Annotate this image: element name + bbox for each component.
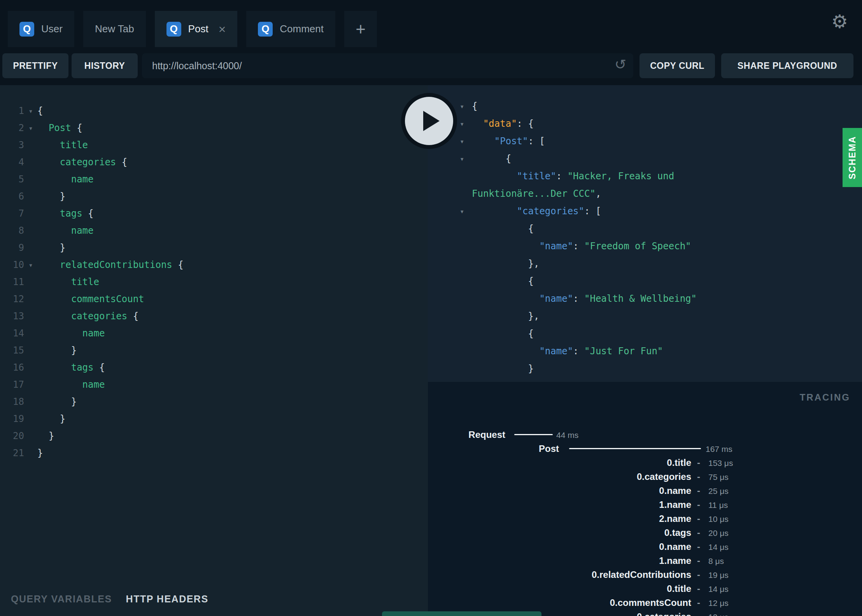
tab-user[interactable]: QUser: [8, 11, 74, 47]
trace-dash: -: [693, 554, 704, 568]
line-number: 19: [0, 410, 24, 427]
trace-label: 0.relatedContributions: [428, 568, 691, 582]
trace-dash: -: [693, 526, 704, 540]
code-text: name: [37, 222, 94, 239]
trace-duration: 20 μs: [708, 526, 729, 540]
line-number: 3: [0, 136, 24, 154]
fold-column: [24, 308, 37, 325]
code-text: title: [37, 136, 88, 154]
http-headers-tab[interactable]: HTTP HEADERS: [126, 593, 208, 605]
execute-query-button[interactable]: [405, 97, 453, 145]
trace-dash: -: [693, 568, 704, 582]
code-text: "Post": [: [472, 136, 545, 147]
trace-label: 0.title: [428, 456, 691, 470]
trace-label: 0.tags: [428, 526, 691, 540]
fold-column: [24, 290, 37, 308]
fold-column: [24, 325, 37, 342]
code-text: name: [37, 171, 94, 188]
code-line: 20 }: [0, 427, 428, 444]
code-line: ▾ "data": {: [428, 115, 862, 133]
tracing-rows: Request44 msPost167 ms0.title-153 μs0.ca…: [428, 428, 862, 616]
fold-arrow-icon[interactable]: ▾: [24, 256, 37, 273]
endpoint-url-input[interactable]: [142, 53, 633, 78]
query-code: 1▾{2▾ Post {3 title4 categories {5 name6…: [0, 102, 428, 462]
code-line: 7 tags {: [0, 205, 428, 222]
query-variables-tab[interactable]: QUERY VARIABLES: [11, 593, 112, 605]
code-line: "name": "Health & Wellbeing": [428, 290, 862, 308]
code-text: "name": "Just For Fun": [472, 346, 663, 357]
query-badge-icon: Q: [258, 22, 273, 37]
close-icon[interactable]: ×: [219, 23, 226, 35]
line-number: 14: [0, 325, 24, 342]
settings-gear-icon[interactable]: ⚙: [831, 12, 848, 31]
code-text: {: [37, 102, 43, 119]
trace-dash: -: [693, 610, 704, 616]
trace-duration: 10 μs: [708, 512, 729, 526]
trace-row: 0.name-25 μs: [428, 484, 862, 498]
trace-row: 0.title-153 μs: [428, 456, 862, 470]
reload-endpoint-icon[interactable]: ↺: [615, 58, 626, 72]
fold-column: [24, 444, 37, 462]
fold-arrow-icon[interactable]: ▾: [24, 119, 37, 136]
fold-arrow-icon[interactable]: ▾: [460, 150, 464, 168]
trace-label: 1.name: [428, 498, 691, 512]
tab-new-tab[interactable]: New Tab: [83, 11, 146, 47]
tab-post[interactable]: QPost×: [155, 11, 238, 47]
code-line: "name": "Freedom of Speech": [428, 238, 862, 255]
editor-footer: QUERY VARIABLES HTTP HEADERS: [0, 582, 428, 616]
fold-arrow-icon[interactable]: ▾: [460, 133, 464, 150]
line-number: 20: [0, 427, 24, 444]
query-badge-icon: Q: [19, 22, 34, 37]
query-editor-pane[interactable]: 1▾{2▾ Post {3 title4 categories {5 name6…: [0, 85, 428, 616]
fold-arrow-icon[interactable]: ▾: [460, 115, 464, 133]
trace-label: 0.title: [428, 582, 691, 596]
fold-column: [24, 188, 37, 205]
code-line: 4 categories {: [0, 154, 428, 171]
fold-column: [24, 359, 37, 376]
code-text: "name": "Health & Wellbeing": [472, 293, 697, 304]
fold-arrow-icon[interactable]: ▾: [460, 203, 464, 220]
response-code: ▾{▾ "data": {▾ "Post": [▾ { "title": "Ha…: [428, 98, 862, 382]
line-number: 1: [0, 102, 24, 119]
code-text: Post {: [37, 119, 82, 136]
trace-duration-bar: [514, 434, 553, 435]
line-number: 13: [0, 308, 24, 325]
tab-comment[interactable]: QComment: [246, 11, 335, 47]
code-line: 6 }: [0, 188, 428, 205]
code-text: "title": "Hacker, Freaks undFunktionäre.…: [472, 171, 674, 199]
code-text: }: [37, 410, 65, 427]
response-viewer-pane: ▾{▾ "data": {▾ "Post": [▾ { "title": "Ha…: [428, 85, 862, 382]
trace-row: Post167 ms: [428, 442, 862, 456]
trace-duration: 11 μs: [708, 498, 728, 512]
tab-bar: QUserNew TabQPost×QComment+ ⚙: [0, 0, 862, 52]
line-number: 6: [0, 188, 24, 205]
code-text: }: [37, 188, 65, 205]
trace-duration: 167 ms: [706, 442, 732, 456]
trace-dash: -: [693, 456, 704, 470]
code-text: tags {: [37, 205, 94, 222]
line-number: 18: [0, 393, 24, 410]
fold-arrow-icon[interactable]: ▾: [460, 98, 464, 115]
query-badge-icon: Q: [166, 22, 181, 37]
code-line: 5 name: [0, 171, 428, 188]
add-tab-button[interactable]: +: [344, 11, 377, 47]
schema-tab[interactable]: SCHEMA: [843, 128, 862, 187]
share-playground-button[interactable]: SHARE PLAYGROUND: [721, 53, 853, 78]
trace-label: 0.commentsCount: [428, 596, 691, 610]
line-number: 21: [0, 444, 24, 462]
fold-arrow-icon[interactable]: ▾: [24, 102, 37, 119]
code-text: name: [37, 325, 105, 342]
copy-curl-button[interactable]: COPY CURL: [639, 53, 715, 78]
trace-label: Post: [428, 442, 559, 456]
code-text: "categories": [: [472, 206, 601, 217]
trace-row: 0.title-14 μs: [428, 582, 862, 596]
clipped-element: [382, 611, 541, 616]
code-line: 2▾ Post {: [0, 119, 428, 136]
code-line: 15 }: [0, 342, 428, 359]
trace-duration: 8 μs: [708, 554, 724, 568]
code-text: name: [37, 376, 105, 393]
trace-dash: -: [693, 596, 704, 610]
prettify-button[interactable]: PRETTIFY: [2, 53, 68, 78]
line-number: 11: [0, 273, 24, 290]
history-button[interactable]: HISTORY: [72, 53, 138, 78]
